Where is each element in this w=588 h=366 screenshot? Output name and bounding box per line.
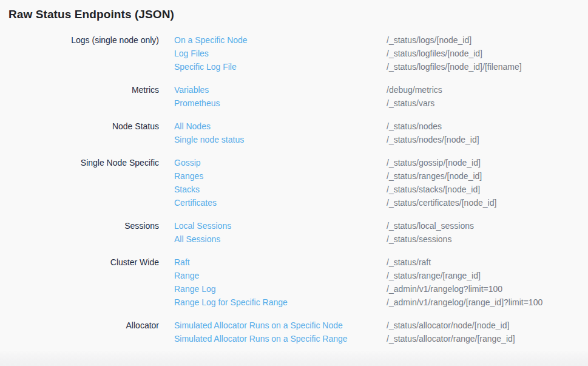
section-link-list: RaftRangeRange LogRange Log for Specific… (174, 256, 387, 309)
section-category-label: Cluster Wide (0, 256, 159, 269)
endpoint-path: /_status/gossip/[node_id] (387, 156, 588, 169)
section-path-list: /_status/gossip/[node_id]/_status/ranges… (387, 156, 588, 209)
endpoint-section: MetricsVariablesPrometheus/debug/metrics… (0, 83, 588, 110)
endpoint-path: /_status/stacks/[node_id] (387, 183, 588, 196)
page-bottom-fade (0, 351, 588, 366)
endpoint-link[interactable]: Raft (174, 256, 190, 269)
endpoint-path: /debug/metrics (387, 83, 588, 97)
endpoint-link[interactable]: On a Specific Node (174, 33, 248, 47)
endpoint-section: Single Node SpecificGossipRangesStacksCe… (0, 156, 588, 209)
section-category-label: Metrics (0, 83, 159, 97)
endpoint-path: /_admin/v1/rangelog/[range_id]?limit=100 (387, 296, 588, 309)
section-category-label: Single Node Specific (0, 156, 159, 169)
endpoint-link[interactable]: Range (174, 269, 199, 282)
endpoint-link[interactable]: Local Sessions (174, 219, 231, 232)
section-link-list: VariablesPrometheus (174, 83, 387, 110)
endpoint-path: /_status/range/[range_id] (387, 269, 588, 282)
section-path-list: /_status/raft/_status/range/[range_id]/_… (387, 256, 588, 309)
endpoint-link[interactable]: Simulated Allocator Runs on a Specific N… (174, 319, 343, 332)
endpoint-link[interactable]: Gossip (174, 156, 201, 169)
page-title: Raw Status Endpoints (JSON) (8, 8, 174, 21)
section-category-label: Sessions (0, 219, 159, 232)
section-category-label: Node Status (0, 120, 159, 133)
endpoint-link[interactable]: Range Log (174, 282, 216, 296)
endpoint-section: AllocatorSimulated Allocator Runs on a S… (0, 319, 588, 345)
endpoint-link[interactable]: Specific Log File (174, 60, 237, 73)
endpoint-section: Node StatusAll NodesSingle node status/_… (0, 120, 588, 146)
section-path-list: /debug/metrics/_status/vars (387, 83, 588, 110)
endpoint-link[interactable]: Ranges (174, 169, 203, 183)
endpoint-path: /_status/nodes/[node_id] (387, 133, 588, 146)
section-path-list: /_status/local_sessions/_status/sessions (387, 219, 588, 246)
endpoint-path: /_status/local_sessions (387, 219, 588, 232)
endpoint-path: /_status/allocator/range/[range_id] (387, 332, 588, 345)
endpoint-path: /_status/logfiles/[node_id]/[filename] (387, 60, 588, 73)
section-path-list: /_status/nodes/_status/nodes/[node_id] (387, 120, 588, 146)
endpoint-section: Logs (single node only)On a Specific Nod… (0, 33, 588, 73)
endpoint-path: /_status/logfiles/[node_id] (387, 47, 588, 60)
debug-endpoints-page: Raw Status Endpoints (JSON) Logs (single… (0, 0, 588, 366)
section-link-list: All NodesSingle node status (174, 120, 387, 146)
section-link-list: Local SessionsAll Sessions (174, 219, 387, 246)
endpoint-link[interactable]: All Nodes (174, 120, 211, 133)
endpoint-path: /_status/certificates/[node_id] (387, 196, 588, 209)
endpoint-path: /_status/nodes (387, 120, 588, 133)
endpoint-link[interactable]: All Sessions (174, 232, 220, 246)
section-category-label: Logs (single node only) (0, 33, 159, 47)
endpoint-path: /_admin/v1/rangelog?limit=100 (387, 282, 588, 296)
endpoint-link[interactable]: Range Log for Specific Range (174, 296, 288, 309)
endpoint-link[interactable]: Certificates (174, 196, 217, 209)
endpoint-section: Cluster WideRaftRangeRange LogRange Log … (0, 256, 588, 309)
endpoint-path: /_status/vars (387, 97, 588, 110)
endpoint-link[interactable]: Stacks (174, 183, 200, 196)
section-path-list: /_status/allocator/node/[node_id]/_statu… (387, 319, 588, 345)
section-link-list: Simulated Allocator Runs on a Specific N… (174, 319, 387, 345)
endpoint-path: /_status/raft (387, 256, 588, 269)
endpoint-link[interactable]: Simulated Allocator Runs on a Specific R… (174, 332, 348, 345)
endpoint-path: /_status/allocator/node/[node_id] (387, 319, 588, 332)
endpoint-link[interactable]: Variables (174, 83, 209, 97)
section-category-label: Allocator (0, 319, 159, 332)
endpoint-path: /_status/logs/[node_id] (387, 33, 588, 47)
endpoint-path: /_status/sessions (387, 232, 588, 246)
endpoint-section: SessionsLocal SessionsAll Sessions/_stat… (0, 219, 588, 246)
endpoint-link[interactable]: Log Files (174, 47, 209, 60)
endpoint-path: /_status/ranges/[node_id] (387, 169, 588, 183)
section-path-list: /_status/logs/[node_id]/_status/logfiles… (387, 33, 588, 73)
endpoint-link[interactable]: Prometheus (174, 97, 220, 110)
endpoint-link[interactable]: Single node status (174, 133, 244, 146)
section-link-list: On a Specific NodeLog FilesSpecific Log … (174, 33, 387, 73)
section-link-list: GossipRangesStacksCertificates (174, 156, 387, 209)
endpoint-sections: Logs (single node only)On a Specific Nod… (0, 33, 588, 345)
